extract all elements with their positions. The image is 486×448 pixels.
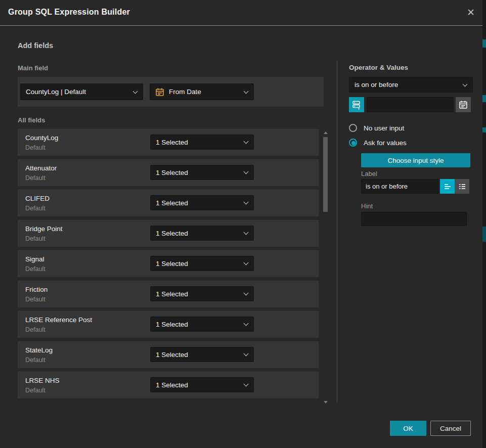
field-row: LRSE NHS Default 1 Selected [18, 372, 319, 398]
label-field-label: Label [361, 170, 377, 177]
group-sql-expression-builder-dialog: Group SQL Expression Builder ✕ Add field… [0, 0, 482, 448]
field-selection-value: 1 Selected [156, 139, 188, 146]
field-row: StateLog Default 1 Selected [18, 341, 319, 368]
all-fields-label: All fields [18, 116, 45, 124]
field-sublabel: Default [25, 296, 46, 303]
field-selection-value: 1 Selected [156, 351, 188, 359]
hint-field-label: Hint [361, 202, 373, 210]
chevron-down-icon [244, 230, 249, 235]
main-field-panel: CountyLog | Default From Date [18, 77, 324, 107]
radio-icon [349, 139, 357, 147]
operator-values-heading: Operator & Values [349, 64, 408, 71]
field-name: CLIFED [25, 195, 50, 202]
panel-divider [337, 61, 337, 402]
calendar-icon [155, 87, 164, 97]
operator-dropdown-value: is on or before [355, 81, 398, 88]
background-accent [482, 39, 486, 48]
field-row: Signal Default 1 Selected [18, 250, 319, 277]
chevron-down-icon [244, 169, 249, 174]
ok-button[interactable]: OK [390, 421, 426, 436]
field-sublabel: Default [25, 205, 46, 212]
field-selection-dropdown[interactable]: 1 Selected [150, 256, 254, 271]
field-selection-value: 1 Selected [156, 290, 188, 298]
field-sublabel: Default [25, 235, 46, 242]
scroll-up-icon[interactable] [324, 131, 328, 134]
radio-no-user-input[interactable]: No user input [349, 124, 404, 132]
hint-input[interactable] [361, 212, 467, 226]
field-name: LRSE Reference Post [25, 316, 92, 324]
value-input[interactable] [367, 97, 454, 112]
field-selection-value: 1 Selected [156, 230, 188, 237]
dialog-titlebar: Group SQL Expression Builder ✕ [0, 0, 482, 25]
radio-icon [349, 124, 357, 132]
all-fields-list: CountyLog Default 1 Selected Attenuator … [18, 129, 331, 405]
unique-values-button[interactable] [349, 97, 364, 112]
single-line-input-style-button[interactable] [440, 179, 455, 194]
cancel-button[interactable]: Cancel [430, 421, 471, 436]
field-name: Signal [25, 255, 45, 263]
field-selection-dropdown[interactable]: 1 Selected [150, 165, 254, 180]
close-icon[interactable]: ✕ [465, 7, 476, 18]
field-selection-dropdown[interactable]: 1 Selected [150, 226, 254, 241]
field-name: Attenuator [25, 164, 57, 172]
choose-input-style-button[interactable]: Choose input style [361, 153, 470, 167]
field-selection-dropdown[interactable]: 1 Selected [150, 347, 254, 362]
chevron-down-icon [244, 139, 249, 144]
field-sublabel: Default [25, 387, 46, 394]
field-selection-value: 1 Selected [156, 381, 188, 389]
field-sublabel: Default [25, 144, 46, 151]
field-row: Bridge Point Default 1 Selected [18, 220, 319, 247]
scroll-down-icon[interactable] [324, 401, 328, 404]
field-selection-value: 1 Selected [156, 260, 188, 267]
field-name: LRSE NHS [25, 377, 60, 384]
main-field-label: Main field [18, 64, 48, 72]
chevron-down-icon [244, 200, 249, 205]
field-sublabel: Default [25, 174, 46, 182]
chevron-down-icon [244, 88, 249, 94]
background-app-strip [482, 0, 486, 448]
main-field-date-dropdown[interactable]: From Date [150, 83, 254, 100]
background-accent [482, 127, 486, 132]
field-selection-value: 1 Selected [156, 169, 188, 176]
dialog-title: Group SQL Expression Builder [8, 8, 130, 17]
radio-label: Ask for values [364, 139, 407, 147]
background-accent [482, 227, 486, 242]
field-selection-dropdown[interactable]: 1 Selected [150, 195, 254, 210]
field-selection-dropdown[interactable]: 1 Selected [150, 135, 254, 150]
field-selection-dropdown[interactable]: 1 Selected [150, 377, 254, 392]
chevron-down-icon [244, 321, 249, 326]
main-field-date-dropdown-value: From Date [169, 88, 201, 96]
scrollbar-thumb[interactable] [323, 137, 328, 212]
field-name: StateLog [25, 346, 53, 354]
field-row: Friction Default 1 Selected [18, 281, 319, 307]
radio-ask-for-values[interactable]: Ask for values [349, 139, 407, 147]
add-fields-heading: Add fields [18, 41, 53, 50]
field-name: Bridge Point [25, 225, 63, 233]
date-picker-button[interactable] [456, 97, 471, 112]
field-row: LRSE Reference Post Default 1 Selected [18, 311, 319, 338]
main-field-layer-dropdown[interactable]: CountyLog | Default [20, 83, 143, 100]
radio-label: No user input [364, 124, 404, 132]
field-name: Friction [25, 286, 48, 293]
chevron-down-icon [133, 88, 138, 94]
title-divider [0, 25, 482, 26]
chevron-down-icon [244, 382, 249, 387]
field-sublabel: Default [25, 265, 46, 273]
field-selection-dropdown[interactable]: 1 Selected [150, 286, 254, 301]
field-sublabel: Default [25, 356, 46, 364]
chevron-down-icon [244, 351, 249, 356]
chevron-down-icon [463, 81, 468, 86]
field-row: CountyLog Default 1 Selected [18, 129, 319, 156]
operator-dropdown[interactable]: is on or before [349, 77, 473, 93]
field-selection-value: 1 Selected [156, 321, 188, 328]
field-selection-dropdown[interactable]: 1 Selected [150, 317, 254, 332]
field-name: CountyLog [25, 134, 58, 142]
background-accent [482, 95, 486, 102]
all-fields-scrollbar[interactable] [323, 130, 329, 404]
label-input[interactable] [361, 179, 439, 194]
list-input-style-button[interactable] [455, 179, 469, 194]
chevron-down-icon [244, 291, 249, 296]
field-row: CLIFED Default 1 Selected [18, 190, 319, 216]
main-field-layer-dropdown-value: CountyLog | Default [26, 88, 86, 96]
chevron-down-icon [244, 260, 249, 265]
